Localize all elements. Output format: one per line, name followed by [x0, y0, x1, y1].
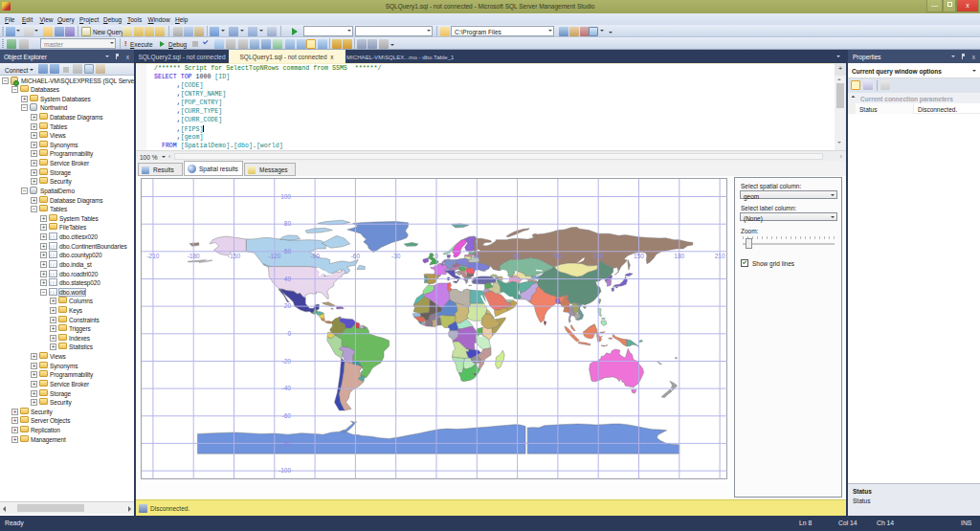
svg-text:60: 60 — [514, 253, 522, 259]
svg-text:210: 210 — [715, 253, 725, 259]
svg-text:-30: -30 — [391, 253, 401, 259]
svg-text:180: 180 — [674, 253, 684, 259]
svg-text:-100: -100 — [278, 467, 291, 474]
svg-text:150: 150 — [634, 253, 644, 259]
svg-text:-60: -60 — [282, 412, 292, 419]
svg-text:-180: -180 — [188, 253, 200, 259]
svg-text:30: 30 — [474, 253, 481, 259]
svg-text:100: 100 — [280, 193, 291, 200]
svg-text:-80: -80 — [282, 440, 292, 447]
svg-text:0: 0 — [434, 253, 438, 259]
svg-text:60: 60 — [284, 248, 292, 254]
svg-text:40: 40 — [284, 276, 292, 282]
svg-text:120: 120 — [593, 253, 604, 259]
svg-text:80: 80 — [284, 220, 292, 227]
svg-text:-40: -40 — [282, 385, 292, 391]
svg-text:-210: -210 — [146, 253, 159, 259]
svg-text:90: 90 — [554, 253, 562, 259]
svg-text:-120: -120 — [268, 253, 280, 259]
svg-text:-20: -20 — [282, 358, 292, 365]
svg-text:0: 0 — [287, 330, 291, 337]
svg-text:-60: -60 — [351, 253, 361, 259]
svg-text:-150: -150 — [228, 253, 240, 259]
svg-text:20: 20 — [284, 302, 292, 309]
svg-text:-90: -90 — [310, 253, 320, 259]
